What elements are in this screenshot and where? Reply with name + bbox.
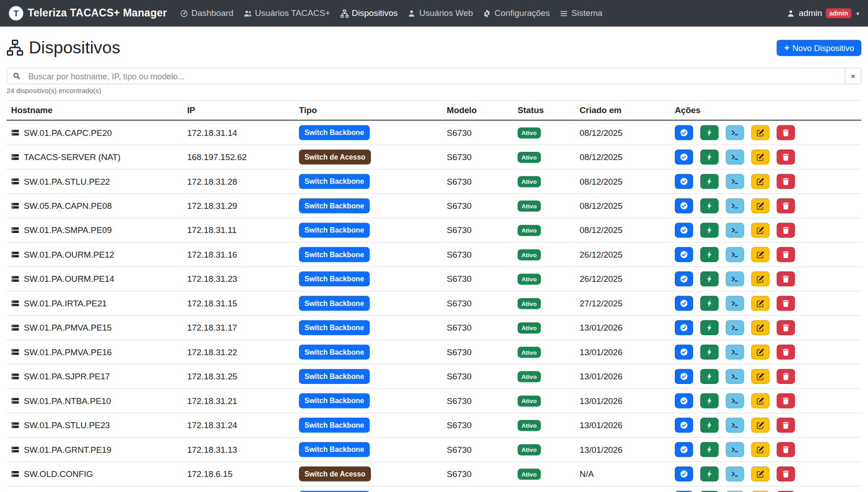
test-device-button[interactable]: [700, 466, 719, 482]
verify-device-button[interactable]: [675, 174, 693, 189]
ssh-terminal-button[interactable]: [726, 466, 744, 482]
table-row: SW.01.PA.OURM.PE12172.18.31.16Switch Bac…: [7, 243, 862, 267]
edit-device-button[interactable]: [751, 271, 770, 286]
verify-device-button[interactable]: [675, 369, 693, 384]
lightning-icon: [705, 397, 714, 405]
user-menu[interactable]: admin admin ▾: [786, 8, 859, 18]
verify-device-button[interactable]: [675, 223, 693, 238]
test-device-button[interactable]: [700, 223, 719, 238]
verify-device-button[interactable]: [675, 150, 693, 165]
test-device-button[interactable]: [700, 150, 719, 165]
verify-device-button[interactable]: [675, 466, 693, 482]
clear-search-button[interactable]: ×: [845, 67, 861, 84]
verify-device-button[interactable]: [675, 442, 693, 457]
delete-device-button[interactable]: [777, 198, 795, 213]
edit-device-button[interactable]: [751, 345, 770, 360]
test-device-button[interactable]: [700, 369, 719, 384]
test-device-button[interactable]: [700, 198, 719, 213]
modelo: S6730: [442, 364, 514, 388]
delete-device-button[interactable]: [777, 150, 795, 165]
edit-device-button[interactable]: [751, 223, 770, 238]
new-device-button[interactable]: + Novo Dispositivo: [777, 40, 861, 56]
delete-device-button[interactable]: [777, 394, 795, 409]
delete-device-button[interactable]: [777, 418, 795, 433]
delete-device-button[interactable]: [777, 442, 795, 457]
test-device-button[interactable]: [700, 247, 719, 262]
edit-device-button[interactable]: [751, 442, 770, 457]
edit-device-button[interactable]: [751, 247, 770, 262]
tipo-badge: Switch Backbone: [299, 198, 370, 213]
nav-item-usuarios-tacacs[interactable]: Usuários TACACS+: [238, 0, 335, 26]
delete-device-button[interactable]: [777, 271, 795, 286]
test-device-button[interactable]: [700, 174, 719, 189]
nav-item-configuracoes[interactable]: Configurações: [478, 0, 555, 26]
verify-device-button[interactable]: [675, 345, 693, 360]
verify-device-button[interactable]: [675, 320, 693, 335]
ssh-terminal-button[interactable]: [726, 418, 744, 433]
verify-device-button[interactable]: [675, 125, 693, 140]
delete-device-button[interactable]: [777, 247, 795, 262]
verify-device-button[interactable]: [675, 271, 693, 286]
ip-address: 172.18.31.22: [183, 340, 294, 364]
delete-device-button[interactable]: [777, 174, 795, 189]
delete-device-button[interactable]: [777, 369, 795, 384]
test-device-button[interactable]: [700, 125, 719, 140]
edit-device-button[interactable]: [751, 418, 770, 433]
ssh-terminal-button[interactable]: [726, 320, 744, 335]
delete-device-button[interactable]: [777, 223, 795, 238]
search-input[interactable]: [26, 67, 845, 84]
verify-device-button[interactable]: [675, 198, 693, 213]
criado-em: 13/01/2026: [575, 486, 670, 492]
edit-device-button[interactable]: [751, 174, 770, 189]
edit-device-button[interactable]: [751, 466, 770, 482]
ssh-terminal-button[interactable]: [726, 369, 744, 384]
ssh-terminal-button[interactable]: [726, 198, 744, 213]
edit-device-button[interactable]: [751, 369, 770, 384]
delete-device-button[interactable]: [777, 320, 795, 335]
delete-device-button[interactable]: [777, 345, 795, 360]
ssh-terminal-button[interactable]: [726, 296, 744, 311]
verify-device-button[interactable]: [675, 247, 693, 262]
ip-address: 172.18.31.14: [183, 120, 294, 145]
list-icon: [560, 9, 568, 17]
edit-device-button[interactable]: [751, 320, 770, 335]
ssh-terminal-button[interactable]: [726, 223, 744, 238]
nav-item-sistema[interactable]: Sistema: [555, 0, 607, 26]
edit-device-button[interactable]: [751, 125, 770, 140]
delete-device-button[interactable]: [777, 125, 795, 140]
server-icon: [11, 445, 19, 454]
ssh-terminal-button[interactable]: [726, 247, 744, 262]
verify-device-button[interactable]: [675, 394, 693, 409]
ssh-terminal-button[interactable]: [726, 271, 744, 286]
test-device-button[interactable]: [700, 296, 719, 311]
trash-icon: [781, 226, 790, 234]
verify-device-button[interactable]: [675, 418, 693, 433]
trash-icon: [781, 299, 790, 307]
edit-device-button[interactable]: [751, 150, 770, 165]
table-row: SW.OLD.CONFIG172.18.6.15Switch de Acesso…: [7, 462, 862, 486]
test-device-button[interactable]: [700, 418, 719, 433]
ssh-terminal-button[interactable]: [726, 442, 744, 457]
test-device-button[interactable]: [700, 394, 719, 409]
criado-em: 08/12/2025: [575, 218, 670, 242]
ssh-terminal-button[interactable]: [726, 394, 744, 409]
test-device-button[interactable]: [700, 271, 719, 286]
ssh-terminal-button[interactable]: [726, 150, 744, 165]
delete-device-button[interactable]: [777, 296, 795, 311]
test-device-button[interactable]: [700, 442, 719, 457]
terminal-icon: [731, 348, 739, 356]
nav-item-dispositivos[interactable]: Dispositivos: [335, 0, 403, 26]
brand[interactable]: T Teleriza TACACS+ Manager: [9, 6, 167, 21]
test-device-button[interactable]: [700, 345, 719, 360]
edit-device-button[interactable]: [751, 296, 770, 311]
nav-item-usuarios-web[interactable]: Usuários Web: [402, 0, 478, 26]
edit-device-button[interactable]: [751, 198, 770, 213]
test-device-button[interactable]: [700, 320, 719, 335]
delete-device-button[interactable]: [777, 466, 795, 482]
ssh-terminal-button[interactable]: [726, 125, 744, 140]
ssh-terminal-button[interactable]: [726, 345, 744, 360]
ssh-terminal-button[interactable]: [726, 174, 744, 189]
verify-device-button[interactable]: [675, 296, 693, 311]
nav-item-dashboard[interactable]: Dashboard: [175, 0, 239, 26]
edit-device-button[interactable]: [751, 394, 770, 409]
